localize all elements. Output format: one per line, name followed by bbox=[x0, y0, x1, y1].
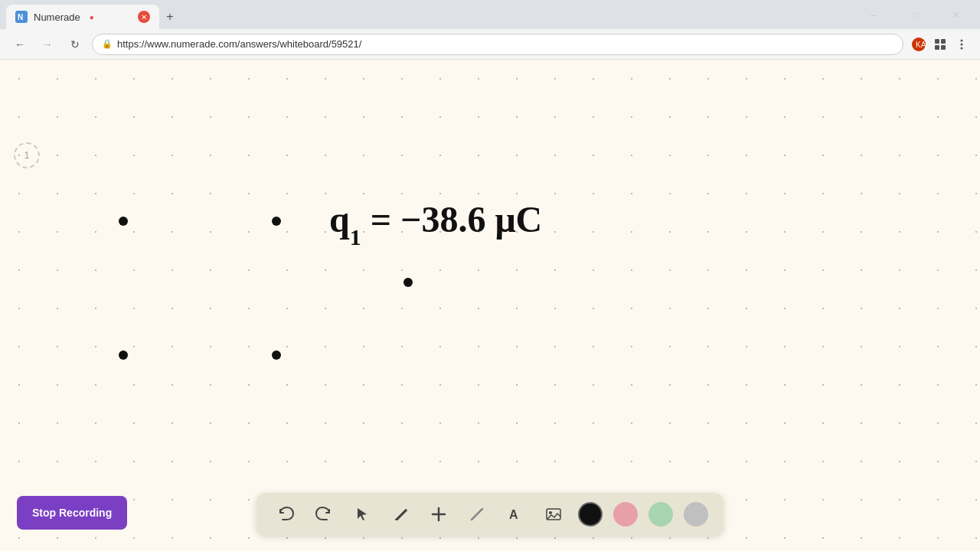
dot-4 bbox=[119, 350, 128, 360]
numerade-favicon: N bbox=[15, 11, 28, 23]
svg-rect-6 bbox=[935, 45, 939, 50]
svg-point-8 bbox=[961, 39, 963, 41]
eraser-button[interactable] bbox=[463, 500, 491, 528]
image-button[interactable] bbox=[540, 500, 567, 528]
bottom-toolbar: A bbox=[256, 493, 724, 536]
timer-value: 1 bbox=[24, 150, 30, 161]
svg-rect-7 bbox=[941, 45, 946, 50]
address-icons: KA bbox=[910, 35, 971, 54]
color-black[interactable] bbox=[578, 502, 603, 527]
add-button[interactable] bbox=[425, 500, 452, 528]
svg-text:KA: KA bbox=[916, 41, 926, 49]
minimize-icon: ─ bbox=[871, 10, 877, 21]
svg-point-19 bbox=[549, 511, 552, 514]
reload-icon: ↻ bbox=[70, 38, 80, 51]
svg-rect-5 bbox=[941, 39, 946, 44]
extensions-icon[interactable] bbox=[931, 35, 949, 54]
dot-2 bbox=[272, 217, 281, 226]
dot-3 bbox=[403, 278, 413, 287]
new-tab-button[interactable]: + bbox=[159, 6, 181, 28]
svg-line-16 bbox=[472, 509, 482, 520]
cursor-icon bbox=[354, 507, 370, 522]
eraser-icon bbox=[469, 506, 485, 523]
select-tool-button[interactable] bbox=[348, 500, 376, 528]
dot-5 bbox=[272, 350, 281, 360]
reload-button[interactable]: ↻ bbox=[64, 34, 86, 55]
maximize-icon: □ bbox=[912, 10, 917, 21]
text-icon: A bbox=[507, 506, 524, 523]
pen-tool-button[interactable] bbox=[387, 500, 414, 528]
tab-title: Numerade bbox=[34, 11, 80, 23]
tab-bar: N Numerade ● ✕ + ─ □ ✕ bbox=[0, 0, 980, 29]
menu-icon[interactable] bbox=[952, 35, 971, 54]
color-gray[interactable] bbox=[684, 502, 708, 527]
svg-point-9 bbox=[961, 43, 963, 45]
maximize-button[interactable]: □ bbox=[897, 2, 933, 29]
svg-rect-4 bbox=[935, 39, 939, 44]
window-controls: ─ □ ✕ bbox=[856, 2, 974, 29]
back-icon: ← bbox=[15, 38, 25, 51]
whiteboard[interactable]: 1 q1 = −38.6 μC Stop Recording bbox=[0, 60, 980, 551]
svg-marker-12 bbox=[358, 508, 367, 520]
close-icon: ✕ bbox=[141, 13, 147, 21]
undo-button[interactable] bbox=[272, 500, 299, 528]
color-pink[interactable] bbox=[613, 502, 638, 527]
url-text: https://www.numerade.com/answers/whitebo… bbox=[117, 38, 893, 50]
close-window-icon: ✕ bbox=[952, 10, 960, 21]
recording-indicator: ● bbox=[90, 13, 94, 21]
color-green[interactable] bbox=[648, 502, 673, 527]
url-bar[interactable]: 🔒 https://www.numerade.com/answers/white… bbox=[92, 34, 903, 55]
main-content: 1 q1 = −38.6 μC Stop Recording bbox=[0, 60, 980, 551]
svg-point-10 bbox=[961, 47, 963, 49]
svg-text:N: N bbox=[18, 13, 23, 21]
plus-icon bbox=[430, 506, 447, 523]
image-icon bbox=[545, 506, 562, 523]
pen-icon bbox=[393, 507, 408, 522]
forward-button[interactable]: → bbox=[37, 34, 58, 55]
lock-icon: 🔒 bbox=[102, 39, 113, 49]
svg-text:A: A bbox=[509, 508, 518, 521]
stop-recording-label: Stop Recording bbox=[32, 507, 112, 519]
forward-icon: → bbox=[42, 38, 53, 51]
redo-button[interactable] bbox=[310, 500, 338, 528]
active-tab[interactable]: N Numerade ● ✕ bbox=[6, 5, 159, 29]
undo-icon bbox=[277, 506, 294, 523]
dot-1 bbox=[119, 217, 128, 226]
profile-icon[interactable]: KA bbox=[910, 35, 928, 54]
address-bar: ← → ↻ 🔒 https://www.numerade.com/answers… bbox=[0, 29, 980, 60]
redo-icon bbox=[315, 506, 332, 523]
close-button[interactable]: ✕ bbox=[939, 2, 974, 29]
equation-display: q1 = −38.6 μC bbox=[329, 190, 574, 251]
tab-close-button[interactable]: ✕ bbox=[138, 11, 150, 23]
stop-recording-button[interactable]: Stop Recording bbox=[17, 496, 127, 530]
minimize-button[interactable]: ─ bbox=[856, 2, 891, 29]
text-tool-button[interactable]: A bbox=[501, 500, 529, 528]
back-button[interactable]: ← bbox=[9, 34, 31, 55]
svg-text:q1
           = −38.6 μC: q1 = −38.6 μC bbox=[329, 199, 542, 249]
timer-circle: 1 bbox=[14, 142, 40, 168]
